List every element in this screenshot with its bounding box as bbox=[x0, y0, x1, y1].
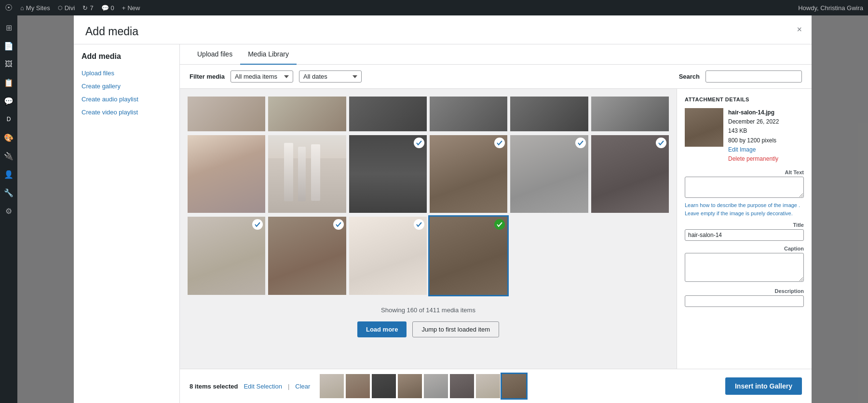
modal-tabs: Upload files Media Library bbox=[180, 44, 812, 65]
pagination-buttons: Load more Jump to first loaded item bbox=[184, 318, 673, 345]
sidebar-icon-settings[interactable]: ⚙ bbox=[0, 203, 17, 219]
checkmark-8 bbox=[333, 219, 344, 230]
sidebar-icon-appearance[interactable]: 🎨 bbox=[0, 129, 17, 146]
sidebar-icon-posts[interactable]: 📄 bbox=[0, 38, 17, 54]
media-item-partial-4[interactable] bbox=[430, 97, 507, 131]
sidebar-link-video[interactable]: Create video playlist bbox=[74, 106, 179, 119]
new-link[interactable]: + New bbox=[122, 4, 140, 12]
selected-thumb-6[interactable] bbox=[450, 374, 474, 398]
selection-count: 8 items selected bbox=[190, 383, 238, 390]
attachment-filename: hair-salon-14.jpg bbox=[728, 108, 779, 117]
media-item-6[interactable] bbox=[591, 135, 669, 213]
media-item-8[interactable] bbox=[268, 217, 346, 294]
title-field-row: Title bbox=[685, 222, 804, 241]
media-item-7[interactable] bbox=[188, 217, 265, 294]
wp-logo[interactable]: ☉ bbox=[5, 2, 13, 13]
delete-permanently-link[interactable]: Delete permanently bbox=[728, 154, 779, 164]
modal-close-button[interactable]: × bbox=[795, 23, 804, 36]
selected-thumb-3[interactable] bbox=[372, 374, 396, 398]
sidebar-link-upload[interactable]: Upload files bbox=[74, 67, 179, 80]
media-item-partial-6[interactable] bbox=[591, 97, 669, 131]
media-item-9[interactable] bbox=[349, 217, 427, 294]
alt-text-field-row: Alt Text Learn how to describe the purpo… bbox=[685, 169, 804, 217]
selected-thumb-4[interactable] bbox=[398, 374, 422, 398]
sidebar-link-gallery[interactable]: Create gallery bbox=[74, 80, 179, 93]
modal: Add media × Add media Upload files Creat… bbox=[74, 15, 812, 403]
checkmark-3 bbox=[414, 138, 424, 148]
title-label: Title bbox=[685, 222, 804, 228]
media-item-1[interactable] bbox=[188, 135, 265, 213]
sidebar-icon-divi[interactable]: D bbox=[0, 111, 17, 127]
attachment-details-panel: ATTACHMENT DETAILS hair-salon-14.jpg Dec… bbox=[677, 89, 812, 369]
selected-thumb-8-active[interactable] bbox=[502, 374, 526, 398]
divi-link[interactable]: ⬡ Divi bbox=[58, 4, 75, 12]
media-item-5[interactable] bbox=[510, 135, 588, 213]
media-grid-row2 bbox=[184, 217, 673, 298]
media-grid-container[interactable]: Showing 160 of 1411 media items Load mor… bbox=[180, 89, 677, 369]
media-grid-row1 bbox=[184, 131, 673, 217]
selected-thumb-5[interactable] bbox=[424, 374, 448, 398]
attachment-filesize: 143 KB bbox=[728, 126, 779, 136]
selected-thumb-7[interactable] bbox=[476, 374, 500, 398]
attachment-date: December 26, 2022 bbox=[728, 117, 779, 126]
filter-bar: Filter media All media items Images Audi… bbox=[180, 65, 812, 89]
selected-thumb-2[interactable] bbox=[346, 374, 370, 398]
caption-field-row: Caption bbox=[685, 246, 804, 283]
clear-selection-link[interactable]: Clear bbox=[295, 383, 310, 390]
jump-to-first-button[interactable]: Jump to first loaded item bbox=[412, 321, 499, 337]
description-input[interactable] bbox=[685, 295, 804, 307]
sidebar-icon-media[interactable]: 🖼 bbox=[0, 56, 17, 72]
media-type-filter[interactable]: All media items Images Audio Video bbox=[231, 70, 293, 83]
modal-overlay: Add media × Add media Upload files Creat… bbox=[17, 15, 868, 403]
media-item-partial-2[interactable] bbox=[268, 97, 346, 131]
media-item-partial-1[interactable] bbox=[188, 97, 265, 131]
media-item-2[interactable] bbox=[268, 135, 346, 213]
wp-sidebar: ⊞ 📄 🖼 📋 💬 D 🎨 🔌 👤 🔧 ⚙ bbox=[0, 15, 17, 403]
sidebar-icon-users[interactable]: 👤 bbox=[0, 166, 17, 182]
sidebar-icon-pages[interactable]: 📋 bbox=[0, 74, 17, 91]
media-item-4[interactable] bbox=[430, 135, 507, 213]
load-more-button[interactable]: Load more bbox=[357, 321, 407, 337]
checkmark-6 bbox=[656, 138, 666, 148]
edit-selection-link[interactable]: Edit Selection bbox=[244, 383, 282, 390]
selected-thumbs bbox=[320, 374, 526, 398]
filter-label: Filter media bbox=[190, 73, 225, 80]
attachment-dimensions: 800 by 1200 pixels bbox=[728, 136, 779, 145]
alt-text-help: Learn how to describe the purpose of the… bbox=[685, 201, 804, 217]
sidebar-icon-plugins[interactable]: 🔌 bbox=[0, 148, 17, 164]
selected-thumb-1[interactable] bbox=[320, 374, 344, 398]
search-label: Search bbox=[679, 73, 700, 80]
edit-image-link[interactable]: Edit Image bbox=[728, 145, 779, 154]
comments-link[interactable]: 💬 0 bbox=[101, 4, 114, 12]
date-filter[interactable]: All dates January 2023 December 2022 bbox=[299, 70, 362, 83]
selection-sep: | bbox=[288, 383, 289, 390]
sidebar-icon-comments[interactable]: 💬 bbox=[0, 93, 17, 109]
alt-text-input[interactable] bbox=[685, 177, 804, 198]
modal-sidebar: Add media Upload files Create gallery Cr… bbox=[74, 44, 180, 403]
updates-link[interactable]: ↻ 7 bbox=[82, 4, 93, 12]
caption-label: Caption bbox=[685, 246, 804, 251]
sidebar-link-audio[interactable]: Create audio playlist bbox=[74, 93, 179, 106]
sidebar-icon-dashboard[interactable]: ⊞ bbox=[0, 19, 17, 36]
caption-input[interactable] bbox=[685, 253, 804, 282]
alt-text-label: Alt Text bbox=[685, 169, 804, 175]
insert-into-gallery-button[interactable]: Insert into Gallery bbox=[725, 377, 802, 395]
my-sites[interactable]: ⌂ My Sites bbox=[20, 4, 50, 12]
modal-footer: 8 items selected Edit Selection | Clear bbox=[180, 369, 812, 403]
title-input[interactable] bbox=[685, 229, 804, 241]
media-item-partial-3[interactable] bbox=[349, 97, 427, 131]
media-item-partial-5[interactable] bbox=[510, 97, 588, 131]
modal-main-content: Upload files Media Library Filter media … bbox=[180, 44, 812, 403]
admin-bar: ☉ ⌂ My Sites ⬡ Divi ↻ 7 💬 0 + New Howdy,… bbox=[0, 0, 868, 15]
media-grid-top-partial bbox=[184, 93, 673, 131]
howdy-text: Howdy, Christina Gwira bbox=[798, 4, 863, 12]
media-item-3[interactable] bbox=[349, 135, 427, 213]
tab-media-library[interactable]: Media Library bbox=[240, 44, 297, 65]
tab-upload[interactable]: Upload files bbox=[190, 44, 240, 65]
search-input[interactable] bbox=[705, 70, 802, 83]
sidebar-icon-tools[interactable]: 🔧 bbox=[0, 184, 17, 201]
alt-text-learn-link[interactable]: Learn how to describe the purpose of the… bbox=[685, 202, 797, 208]
media-item-10-active[interactable] bbox=[430, 217, 507, 294]
modal-sidebar-title: Add media bbox=[74, 52, 179, 67]
attachment-meta: hair-salon-14.jpg December 26, 2022 143 … bbox=[728, 108, 779, 164]
